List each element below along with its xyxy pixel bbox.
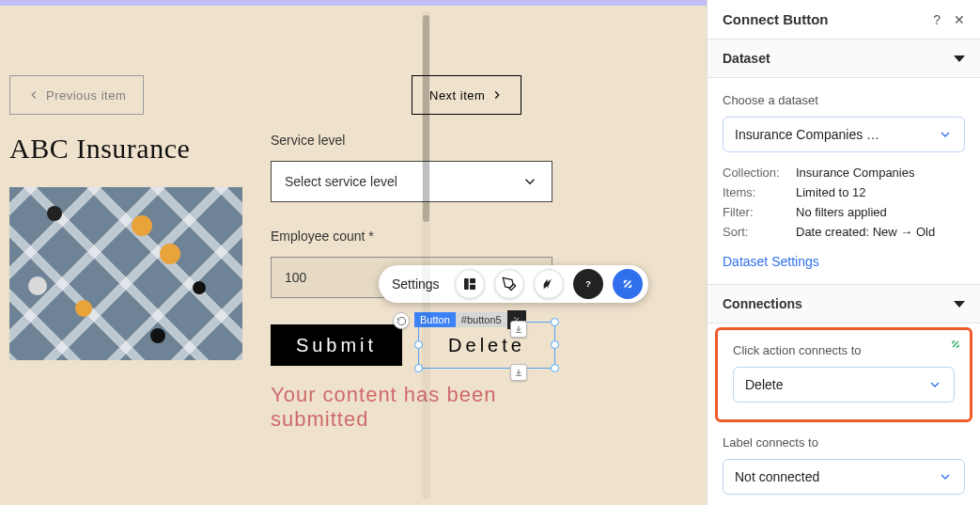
help-icon[interactable]: ? [573, 269, 603, 299]
click-action-dropdown[interactable]: Delete [733, 367, 955, 402]
employee-count-value: 100 [285, 270, 306, 285]
download-icon[interactable] [510, 364, 527, 381]
canvas-scrollbar[interactable] [422, 11, 430, 499]
items-value: Limited to 12 [796, 185, 865, 199]
submit-button[interactable]: Submit [271, 324, 402, 366]
page-title: ABC Insurance [9, 133, 242, 165]
dataset-settings-link[interactable]: Dataset Settings [723, 254, 819, 269]
svg-rect-1 [470, 278, 475, 283]
service-level-label: Service level [271, 133, 562, 148]
click-action-highlight: Click action connects to Delete [715, 327, 972, 422]
selection-id-badge: #button5 [456, 312, 507, 327]
connections-section-header[interactable]: Connections [708, 284, 980, 324]
design-icon[interactable] [494, 269, 524, 299]
chevron-down-icon [938, 127, 953, 142]
help-icon[interactable]: ? [933, 12, 941, 27]
previous-item-label: Previous item [46, 88, 126, 103]
chevron-down-icon [927, 377, 942, 392]
toolbar-settings-button[interactable]: Settings [392, 276, 445, 292]
filter-value: No filters applied [796, 205, 887, 219]
label-connects-dropdown[interactable]: Not connected [723, 459, 965, 495]
delete-button[interactable]: Delete [421, 324, 552, 366]
chevron-down-icon [521, 173, 538, 190]
panel-title: Connect Button [723, 11, 828, 27]
hero-image [9, 187, 242, 360]
next-item-label: Next item [429, 88, 485, 103]
previous-item-button[interactable]: Previous item [9, 75, 144, 115]
label-connects-label: Label connects to [723, 435, 965, 450]
close-icon[interactable]: ✕ [954, 12, 965, 27]
selection-type-badge: Button [414, 312, 456, 327]
caret-down-icon [954, 55, 965, 62]
dataset-section-header[interactable]: Dataset [708, 39, 980, 78]
sort-value: Date created: New → Old [796, 225, 935, 239]
dataset-dropdown-value: Insurance Companies … [735, 127, 879, 142]
rotate-handle[interactable] [393, 312, 410, 329]
collection-value: Insurance Companies [796, 166, 914, 180]
download-icon[interactable] [510, 321, 527, 338]
svg-text:?: ? [585, 279, 591, 289]
label-connects-value: Not connected [735, 469, 819, 484]
click-action-label: Click action connects to [733, 343, 955, 357]
svg-rect-2 [470, 285, 475, 290]
service-level-value: Select service level [285, 174, 397, 189]
success-message: Your content has been submitted [271, 383, 562, 432]
layout-icon[interactable] [455, 269, 485, 299]
caret-down-icon [954, 301, 965, 308]
animation-icon[interactable] [534, 269, 564, 299]
selection-tag: Button #button5 [414, 310, 526, 329]
connected-indicator-icon [949, 338, 962, 354]
employee-count-label: Employee count * [271, 229, 562, 244]
element-toolbar: Settings ? [379, 265, 648, 303]
click-action-value: Delete [745, 377, 783, 392]
editor-canvas: Previous item Next item ABC Insurance Se… [0, 0, 707, 505]
connect-panel: Connect Button ? ✕ Dataset Choose a data… [707, 0, 980, 505]
connect-data-icon[interactable] [613, 269, 643, 299]
chevron-down-icon [938, 469, 953, 484]
choose-dataset-label: Choose a dataset [723, 93, 965, 107]
svg-rect-0 [464, 278, 469, 290]
dataset-dropdown[interactable]: Insurance Companies … [723, 117, 965, 152]
service-level-select[interactable]: Select service level [271, 161, 552, 202]
